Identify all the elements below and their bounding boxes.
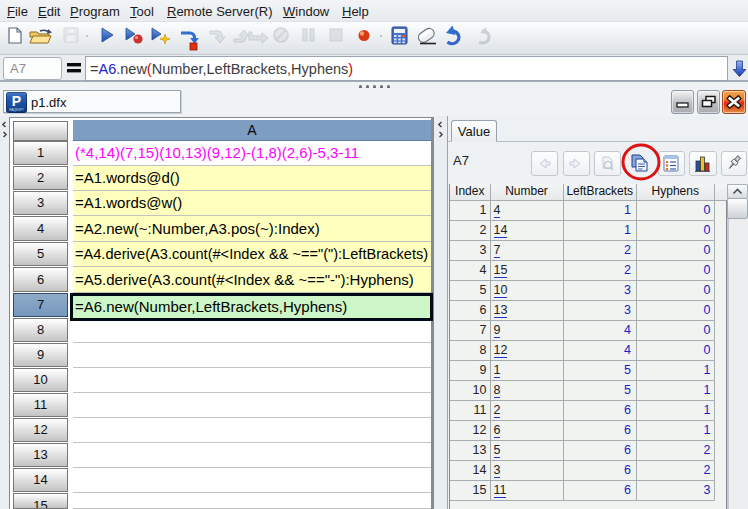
svg-text:RAQSOFT: RAQSOFT [9,108,24,112]
svg-text:P: P [12,93,21,109]
